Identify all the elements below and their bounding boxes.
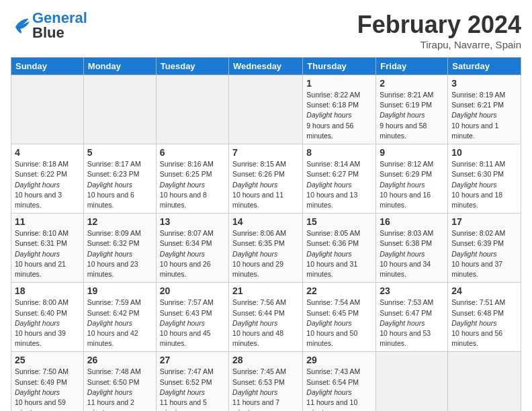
- calendar-cell: 8Sunrise: 8:14 AMSunset: 6:27 PMDaylight…: [303, 144, 376, 214]
- day-info: Sunrise: 8:16 AMSunset: 6:25 PMDaylight …: [160, 159, 225, 210]
- sunrise-info: Sunrise: 8:09 AM: [87, 228, 152, 238]
- sunrise-info: Sunrise: 8:21 AM: [380, 90, 444, 100]
- day-number: 4: [15, 147, 80, 158]
- day-number: 27: [160, 355, 225, 365]
- daylight-info: Daylight hours10 hours and 48 minutes.: [232, 318, 299, 349]
- day-info: Sunrise: 8:02 AMSunset: 6:39 PMDaylight …: [451, 228, 517, 279]
- sunset-info: Sunset: 6:42 PM: [87, 308, 152, 318]
- daylight-label: Daylight hours: [87, 388, 132, 396]
- day-number: 7: [232, 147, 299, 158]
- logo-bird-icon: [11, 17, 30, 34]
- daylight-value: 10 hours and 3 minutes.: [15, 191, 62, 209]
- daylight-label: Daylight hours: [380, 111, 425, 119]
- calendar-table: SundayMondayTuesdayWednesdayThursdayFrid…: [11, 57, 521, 411]
- daylight-value: 10 hours and 42 minutes.: [87, 329, 138, 347]
- sunrise-info: Sunrise: 7:48 AM: [87, 367, 152, 377]
- sunset-info: Sunset: 6:26 PM: [232, 169, 299, 179]
- calendar-cell: 9Sunrise: 8:12 AMSunset: 6:29 PMDaylight…: [376, 144, 448, 214]
- day-number: 8: [306, 147, 372, 158]
- daylight-info: Daylight hours11 hours and 2 minutes.: [87, 387, 152, 411]
- sunrise-info: Sunrise: 8:15 AM: [232, 159, 299, 169]
- day-info: Sunrise: 8:12 AMSunset: 6:29 PMDaylight …: [380, 159, 444, 210]
- daylight-info: Daylight hours10 hours and 42 minutes.: [87, 318, 152, 349]
- sunset-info: Sunset: 6:43 PM: [160, 308, 225, 318]
- sunrise-info: Sunrise: 7:50 AM: [15, 367, 80, 377]
- sunrise-info: Sunrise: 7:54 AM: [306, 298, 372, 308]
- daylight-label: Daylight hours: [306, 319, 351, 327]
- daylight-info: Daylight hours10 hours and 29 minutes.: [232, 249, 299, 280]
- calendar-cell: 20Sunrise: 7:57 AMSunset: 6:43 PMDayligh…: [156, 283, 228, 352]
- weekday-header-tuesday: Tuesday: [156, 58, 228, 75]
- calendar-body: 1Sunrise: 8:22 AMSunset: 6:18 PMDaylight…: [11, 75, 521, 412]
- sunset-info: Sunset: 6:39 PM: [451, 238, 517, 248]
- calendar-cell: 10Sunrise: 8:11 AMSunset: 6:30 PMDayligh…: [448, 144, 521, 214]
- daylight-label: Daylight hours: [160, 388, 205, 396]
- calendar-cell: 28Sunrise: 7:45 AMSunset: 6:53 PMDayligh…: [229, 352, 303, 411]
- day-info: Sunrise: 8:14 AMSunset: 6:27 PMDaylight …: [306, 159, 372, 210]
- sunset-info: Sunset: 6:30 PM: [451, 169, 517, 179]
- sunrise-info: Sunrise: 8:02 AM: [451, 228, 517, 238]
- daylight-label: Daylight hours: [232, 388, 277, 396]
- sunrise-info: Sunrise: 7:59 AM: [87, 298, 152, 308]
- daylight-label: Daylight hours: [232, 181, 277, 189]
- daylight-label: Daylight hours: [15, 388, 60, 396]
- day-info: Sunrise: 8:21 AMSunset: 6:19 PMDaylight …: [380, 90, 444, 141]
- daylight-info: Daylight hours10 hours and 3 minutes.: [15, 180, 80, 211]
- calendar-week-row: 1Sunrise: 8:22 AMSunset: 6:18 PMDaylight…: [11, 75, 521, 144]
- day-info: Sunrise: 8:15 AMSunset: 6:26 PMDaylight …: [232, 159, 299, 210]
- sunrise-info: Sunrise: 8:12 AM: [380, 159, 444, 169]
- page-header: GeneralBlue February 2024 Tirapu, Navarr…: [11, 11, 521, 50]
- daylight-value: 10 hours and 1 minute.: [451, 122, 498, 140]
- daylight-info: Daylight hours10 hours and 39 minutes.: [15, 318, 80, 349]
- logo-text: GeneralBlue: [32, 11, 87, 40]
- daylight-info: Daylight hours11 hours and 10 minutes.: [306, 387, 372, 411]
- daylight-info: Daylight hours9 hours and 58 minutes.: [380, 110, 444, 141]
- daylight-info: Daylight hours10 hours and 13 minutes.: [306, 180, 372, 211]
- daylight-info: Daylight hours10 hours and 34 minutes.: [380, 249, 444, 280]
- calendar-week-row: 4Sunrise: 8:18 AMSunset: 6:22 PMDaylight…: [11, 144, 521, 214]
- daylight-info: Daylight hours11 hours and 5 minutes.: [160, 387, 225, 411]
- daylight-info: Daylight hours10 hours and 37 minutes.: [451, 249, 517, 280]
- calendar-cell: [448, 352, 521, 411]
- day-number: 2: [380, 78, 444, 89]
- calendar-cell: 5Sunrise: 8:17 AMSunset: 6:23 PMDaylight…: [83, 144, 156, 214]
- calendar-cell: 4Sunrise: 8:18 AMSunset: 6:22 PMDaylight…: [11, 144, 84, 214]
- sunrise-info: Sunrise: 8:00 AM: [15, 298, 80, 308]
- sunset-info: Sunset: 6:23 PM: [87, 169, 152, 179]
- daylight-label: Daylight hours: [451, 319, 496, 327]
- day-info: Sunrise: 7:48 AMSunset: 6:50 PMDaylight …: [87, 367, 152, 411]
- daylight-value: 10 hours and 29 minutes.: [232, 260, 283, 278]
- title-block: February 2024 Tirapu, Navarre, Spain: [357, 11, 521, 50]
- daylight-value: 10 hours and 31 minutes.: [306, 260, 357, 278]
- calendar-cell: 13Sunrise: 8:07 AMSunset: 6:34 PMDayligh…: [156, 214, 228, 283]
- weekday-header-sunday: Sunday: [11, 58, 84, 75]
- calendar-cell: 21Sunrise: 7:56 AMSunset: 6:44 PMDayligh…: [229, 283, 303, 352]
- day-number: 6: [160, 147, 225, 158]
- calendar-cell: 19Sunrise: 7:59 AMSunset: 6:42 PMDayligh…: [83, 283, 156, 352]
- daylight-value: 10 hours and 11 minutes.: [232, 191, 283, 209]
- calendar-cell: 2Sunrise: 8:21 AMSunset: 6:19 PMDaylight…: [376, 75, 448, 144]
- day-info: Sunrise: 8:00 AMSunset: 6:40 PMDaylight …: [15, 298, 80, 349]
- day-number: 28: [232, 355, 299, 365]
- daylight-label: Daylight hours: [160, 181, 205, 189]
- daylight-info: Daylight hours10 hours and 11 minutes.: [232, 180, 299, 211]
- day-info: Sunrise: 8:19 AMSunset: 6:21 PMDaylight …: [451, 90, 517, 141]
- daylight-label: Daylight hours: [306, 181, 351, 189]
- sunrise-info: Sunrise: 7:47 AM: [160, 367, 225, 377]
- weekday-header-monday: Monday: [83, 58, 156, 75]
- calendar-cell: [11, 75, 84, 144]
- sunset-info: Sunset: 6:47 PM: [380, 308, 444, 318]
- day-info: Sunrise: 7:57 AMSunset: 6:43 PMDaylight …: [160, 298, 225, 349]
- weekday-header-friday: Friday: [376, 58, 448, 75]
- daylight-info: Daylight hours10 hours and 50 minutes.: [306, 318, 372, 349]
- daylight-value: 10 hours and 6 minutes.: [87, 191, 134, 209]
- sunset-info: Sunset: 6:36 PM: [306, 238, 372, 248]
- calendar-cell: 11Sunrise: 8:10 AMSunset: 6:31 PMDayligh…: [11, 214, 84, 283]
- daylight-value: 10 hours and 37 minutes.: [451, 260, 502, 278]
- day-number: 19: [87, 285, 152, 296]
- sunset-info: Sunset: 6:48 PM: [451, 308, 517, 318]
- sunrise-info: Sunrise: 8:16 AM: [160, 159, 225, 169]
- month-title: February 2024: [357, 11, 521, 39]
- calendar-cell: 15Sunrise: 8:05 AMSunset: 6:36 PMDayligh…: [303, 214, 376, 283]
- day-info: Sunrise: 7:53 AMSunset: 6:47 PMDaylight …: [380, 298, 444, 349]
